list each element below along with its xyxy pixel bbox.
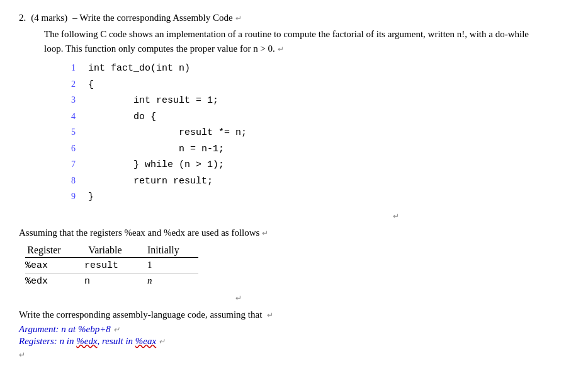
question-header: 2. (4 marks) – Write the corresponding A… bbox=[19, 13, 569, 23]
line-num-9: 9 bbox=[57, 189, 76, 204]
code-line-6: 6 n = n-1; bbox=[57, 141, 569, 158]
code-block: 1 int fact_do(int n) 2 { 3 int result = … bbox=[57, 61, 569, 205]
intro-text-block: The following C code shows an implementa… bbox=[44, 27, 569, 55]
assuming-text: Assuming that the registers %eax and %ed… bbox=[19, 228, 569, 238]
edx-variable: n bbox=[82, 273, 145, 289]
col-variable: Variable bbox=[82, 243, 145, 258]
edx-initially: n bbox=[145, 273, 198, 289]
eax-initially: 1 bbox=[145, 257, 198, 273]
line-num-4: 4 bbox=[57, 109, 76, 124]
code-content-1: int fact_do(int n) bbox=[88, 61, 190, 77]
question-container: 2. (4 marks) – Write the corresponding A… bbox=[19, 13, 569, 360]
code-line-9: 9 } bbox=[57, 189, 569, 205]
code-line-2: 2 { bbox=[57, 77, 569, 93]
table-para-mark: ↵ bbox=[233, 292, 569, 303]
code-line-4: 4 do { bbox=[57, 109, 569, 125]
title-text: Write the corresponding Assembly Code bbox=[79, 13, 233, 23]
col-register: Register bbox=[25, 243, 82, 258]
para-mark: ↵ bbox=[235, 14, 242, 23]
line-num-2: 2 bbox=[57, 77, 76, 92]
eax-register: %eax bbox=[25, 257, 82, 273]
code-content-5: result *= n; bbox=[88, 125, 247, 141]
eax-variable: result bbox=[82, 257, 145, 273]
line-num-5: 5 bbox=[57, 125, 76, 140]
underline-edx: %edx bbox=[76, 336, 97, 346]
code-content-3: int result = 1; bbox=[88, 93, 218, 109]
code-content-2: { bbox=[88, 77, 94, 93]
underline-eax: %eax bbox=[135, 336, 156, 346]
intro-line1: The following C code shows an implementa… bbox=[44, 27, 569, 42]
code-content-9: } bbox=[88, 189, 94, 205]
register-table: Register Variable Initially %eax result … bbox=[25, 243, 198, 289]
argument-line: Argument: n at %ebp+8↵ bbox=[19, 324, 569, 335]
table-header-row: Register Variable Initially bbox=[25, 243, 198, 258]
line-num-3: 3 bbox=[57, 93, 76, 108]
final-para-mark: ↵ bbox=[19, 350, 569, 360]
intro-line2: loop. This function only computes the pr… bbox=[44, 42, 569, 56]
question-title: – Write the corresponding Assembly Code↵ bbox=[72, 13, 569, 23]
line-num-1: 1 bbox=[57, 61, 76, 76]
code-line-5: 5 result *= n; bbox=[57, 125, 569, 141]
dash: – bbox=[72, 13, 77, 23]
registers-line: Registers: n in %edx, result in %eax↵ bbox=[19, 336, 569, 347]
code-line-3: 3 int result = 1; bbox=[57, 93, 569, 109]
intro-para-mark: ↵ bbox=[278, 45, 284, 54]
table-row-edx: %edx n n bbox=[25, 273, 198, 289]
line-num-6: 6 bbox=[57, 141, 76, 156]
code-content-7: } while (n > 1); bbox=[88, 157, 224, 173]
code-content-8: return result; bbox=[88, 173, 213, 190]
code-content-4: do { bbox=[88, 109, 156, 125]
write-text: Write the corresponding assembly-languag… bbox=[19, 309, 569, 320]
table-row-eax: %eax result 1 bbox=[25, 257, 198, 273]
question-number: 2. bbox=[19, 13, 26, 23]
code-para-mark: ↵ bbox=[220, 211, 569, 221]
question-marks: (4 marks) bbox=[31, 13, 67, 23]
code-content-6: n = n-1; bbox=[88, 141, 224, 158]
edx-register: %edx bbox=[25, 273, 82, 289]
register-table-container: Register Variable Initially %eax result … bbox=[25, 243, 569, 289]
code-line-1: 1 int fact_do(int n) bbox=[57, 61, 569, 77]
line-num-8: 8 bbox=[57, 173, 76, 188]
col-initially: Initially bbox=[145, 243, 198, 258]
line-num-7: 7 bbox=[57, 157, 76, 172]
code-line-7: 7 } while (n > 1); bbox=[57, 157, 569, 173]
code-line-8: 8 return result; bbox=[57, 173, 569, 190]
